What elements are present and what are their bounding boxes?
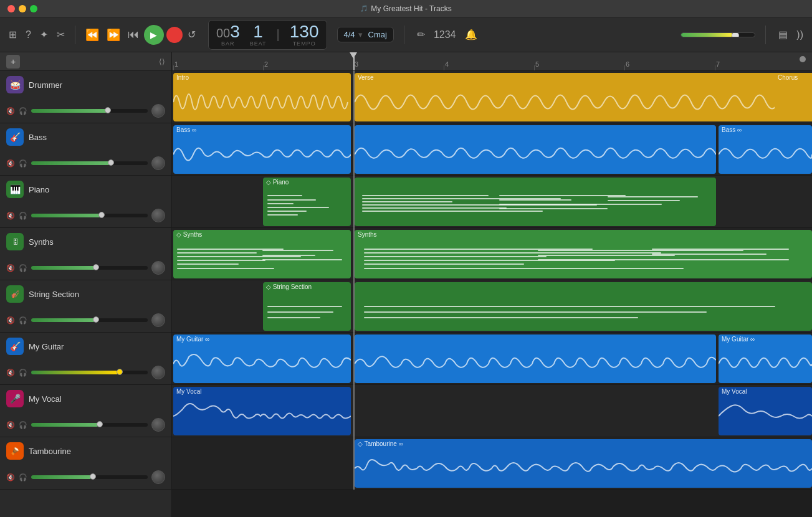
pan-knob-tambourine[interactable] [151, 470, 165, 484]
tracks-area: 1 2 3 4 5 6 7 [172, 52, 812, 517]
tempo-label: TEMPO [293, 40, 316, 47]
volume-slider-vocal[interactable] [31, 423, 148, 427]
ruler-mark-7: 7 [716, 60, 720, 68]
ruler-mark-6: 6 [626, 60, 629, 68]
mute-icon-tambourine[interactable]: 🔇 [6, 473, 15, 481]
clip-guitar-3[interactable]: My Guitar ∞ [719, 334, 812, 383]
pan-knob-drummer[interactable] [151, 104, 165, 118]
velocity-button[interactable]: 1234 [431, 27, 459, 43]
clip-strings-1[interactable]: ◇ String Section [263, 282, 351, 331]
to-start-button[interactable]: ⏮ [125, 26, 141, 44]
play-button[interactable]: ▶ [144, 25, 164, 45]
library-button[interactable]: ⊞ [6, 26, 19, 43]
minimize-button[interactable] [19, 5, 26, 12]
toolbar: ⊞ ? ✦ ✂ ⏪ ⏩ ⏮ ▶ ↺ 003 BAR 1 BEAT | 130 T… [0, 17, 812, 52]
midi-notes-piano-1 [263, 187, 351, 226]
sidebar-collapse-icon[interactable]: ⟨⟩ [159, 57, 165, 66]
headphone-icon-bass[interactable]: 🎧 [19, 159, 27, 168]
loop-button[interactable]: ↺ [185, 26, 198, 43]
transport-controls: ⏪ ⏩ ⏮ ▶ ↺ [83, 25, 198, 45]
help-button[interactable]: ? [23, 27, 34, 43]
rewind-button[interactable]: ⏪ [83, 26, 102, 44]
pan-knob-piano[interactable] [151, 209, 165, 222]
headphone-icon-piano[interactable]: 🎧 [19, 212, 27, 220]
fast-forward-button[interactable]: ⏩ [104, 26, 123, 44]
volume-slider-drummer[interactable] [31, 109, 148, 113]
maximize-button[interactable] [30, 5, 37, 12]
list-view-button[interactable]: ▤ [776, 26, 790, 43]
track-name-guitar: 🎸 My Guitar [6, 338, 165, 355]
clip-guitar-1[interactable]: My Guitar ∞ [173, 334, 351, 383]
cut-button[interactable]: ✂ [54, 26, 67, 43]
volume-slider-tambourine[interactable] [31, 475, 148, 479]
clip-drummer-verse[interactable]: Verse [355, 73, 812, 121]
mute-icon-vocal[interactable]: 🔇 [6, 421, 15, 429]
ruler: 1 2 3 4 5 6 7 [172, 52, 812, 71]
headphone-icon-vocal[interactable]: 🎧 [19, 421, 27, 429]
record-button[interactable] [166, 27, 183, 43]
midi-notes-piano-2 [355, 187, 716, 226]
waveform-view-button[interactable]: )) [794, 27, 806, 43]
pencil-button[interactable]: ✏ [414, 26, 427, 43]
pan-knob-strings[interactable] [151, 313, 165, 327]
key-sig: Cmaj [368, 30, 387, 39]
headphone-icon-strings[interactable]: 🎧 [19, 316, 27, 325]
track-name-piano: 🎹 Piano [6, 181, 165, 198]
clip-bass-3[interactable]: Bass ∞ [719, 125, 812, 174]
track-item-tambourine: 🪘 Tambourine 🔇 🎧 [0, 437, 171, 490]
volume-slider-synths[interactable] [31, 266, 148, 270]
waveform-guitar-1 [173, 344, 351, 383]
display-panel: 003 BAR 1 BEAT | 130 TEMPO [208, 20, 327, 50]
mute-icon-piano[interactable]: 🔇 [6, 212, 15, 220]
mute-icon-drummer[interactable]: 🔇 [6, 107, 15, 115]
clip-strings-2[interactable] [355, 282, 812, 331]
clip-vocal-2[interactable]: My Vocal [719, 387, 812, 435]
mute-icon-synths[interactable]: 🔇 [6, 264, 15, 272]
add-track-button[interactable]: + [6, 55, 20, 69]
clip-synths-2[interactable]: Synths [355, 230, 812, 278]
close-button[interactable] [7, 5, 15, 12]
track-controls-strings: 🔇 🎧 [6, 313, 165, 327]
volume-slider-piano[interactable] [31, 214, 148, 217]
headphone-icon-tambourine[interactable]: 🎧 [19, 473, 27, 481]
headphone-icon-guitar[interactable]: 🎧 [19, 369, 27, 377]
volume-slider-bass[interactable] [31, 161, 148, 165]
clip-bass-1[interactable]: Bass ∞ [173, 125, 351, 174]
clip-vocal-1[interactable]: My Vocal [173, 387, 351, 435]
midi-button[interactable]: 🔔 [462, 26, 480, 43]
pan-knob-vocal[interactable] [151, 418, 165, 432]
toolbar-far-right: ▤ )) [776, 26, 806, 43]
clip-guitar-2[interactable] [355, 334, 716, 383]
volume-slider-guitar[interactable] [31, 371, 148, 374]
pan-knob-synths[interactable] [151, 261, 165, 275]
settings-button[interactable]: ✦ [37, 26, 50, 43]
headphone-icon-drummer[interactable]: 🎧 [19, 107, 27, 115]
mute-icon-strings[interactable]: 🔇 [6, 316, 15, 325]
time-sig: 4/4 [344, 30, 355, 39]
bar-label: BAR [221, 40, 235, 47]
mute-icon-bass[interactable]: 🔇 [6, 159, 15, 168]
clip-piano-1[interactable]: ◇ Piano [263, 178, 351, 226]
midi-notes-strings-2 [355, 292, 812, 331]
ruler-mark-3: 3 [355, 60, 358, 68]
pan-knob-guitar[interactable] [151, 366, 165, 379]
clip-drummer-chorus[interactable]: Chorus [775, 73, 812, 121]
bar-value: 003 [216, 23, 240, 40]
midi-notes-synths-1 [173, 240, 351, 278]
time-key-display[interactable]: 4/4 ▾ Cmaj [337, 27, 394, 42]
track-row-guitar: My Guitar ∞ [172, 333, 812, 385]
track-controls-drummer: 🔇 🎧 [6, 104, 165, 118]
track-name-bass: 🎸 Bass [6, 128, 165, 146]
tracks-content[interactable]: Intro Verse [172, 71, 812, 517]
clip-bass-2[interactable] [355, 125, 716, 174]
clip-tambourine-1[interactable]: ◇ Tambourine ∞ [355, 439, 812, 488]
mute-icon-guitar[interactable]: 🔇 [6, 369, 15, 377]
clip-piano-2[interactable] [355, 178, 716, 226]
track-name-synths: 🎛 Synths [6, 233, 165, 250]
pan-knob-bass[interactable] [151, 156, 165, 170]
volume-slider-strings[interactable] [31, 318, 148, 322]
clip-synths-1[interactable]: ◇ Synths [173, 230, 351, 278]
clip-drummer-intro[interactable]: Intro [173, 73, 351, 121]
headphone-icon-synths[interactable]: 🎧 [19, 264, 27, 272]
master-volume-slider[interactable] [681, 32, 755, 37]
